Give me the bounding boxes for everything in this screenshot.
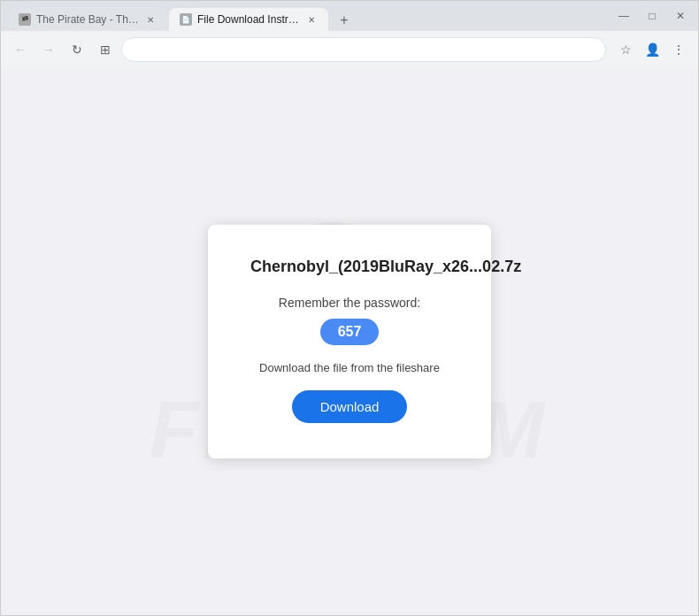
download-button[interactable]: Download xyxy=(292,390,408,423)
page-content: FISHKUM Chernobyl_(2019BluRay_x26...02.7… xyxy=(1,68,698,615)
minimize-button[interactable]: — xyxy=(613,5,634,27)
new-tab-button[interactable]: + xyxy=(334,10,355,31)
tab-title-1: The Pirate Bay - The galaxy's m... xyxy=(36,13,139,26)
maximize-button[interactable]: □ xyxy=(641,5,663,27)
title-bar: 🏴 The Pirate Bay - The galaxy's m... ✕ 📄… xyxy=(1,1,698,31)
tab-favicon-1: 🏴 xyxy=(19,13,31,26)
tab-favicon-2: 📄 xyxy=(180,13,192,26)
tab-piratebay[interactable]: 🏴 The Pirate Bay - The galaxy's m... ✕ xyxy=(8,8,167,31)
tab-close-1[interactable]: ✕ xyxy=(144,13,157,26)
tab-close-2[interactable]: ✕ xyxy=(305,13,318,26)
extensions-button[interactable]: ⊞ xyxy=(93,37,118,62)
toolbar-right: ☆ 👤 ⋮ xyxy=(613,37,691,62)
menu-button[interactable]: ⋮ xyxy=(666,37,691,62)
tab-filedownload[interactable]: 📄 File Download Instructions for... ✕ xyxy=(169,8,328,31)
browser-window: 🏴 The Pirate Bay - The galaxy's m... ✕ 📄… xyxy=(0,0,699,616)
profile-button[interactable]: 👤 xyxy=(640,37,664,62)
bookmark-button[interactable]: ☆ xyxy=(613,37,638,62)
download-card: Chernobyl_(2019BluRay_x26...02.7z Rememb… xyxy=(208,225,491,458)
tab-bar: 🏴 The Pirate Bay - The galaxy's m... ✕ 📄… xyxy=(8,1,355,31)
reload-button[interactable]: ↻ xyxy=(65,37,89,62)
window-controls: — □ ✕ xyxy=(613,5,691,27)
close-button[interactable]: ✕ xyxy=(670,5,691,27)
remember-text: Remember the password: xyxy=(250,296,449,310)
fileshare-text: Download the file from the fileshare xyxy=(250,361,449,374)
address-bar[interactable] xyxy=(121,37,606,62)
back-button[interactable]: ← xyxy=(8,37,33,62)
forward-button[interactable]: → xyxy=(36,37,61,62)
password-badge: 657 xyxy=(320,319,380,345)
card-title: Chernobyl_(2019BluRay_x26...02.7z xyxy=(250,257,449,277)
address-bar-row: ← → ↻ ⊞ ☆ 👤 ⋮ xyxy=(1,31,698,68)
tab-title-2: File Download Instructions for... xyxy=(197,13,300,26)
